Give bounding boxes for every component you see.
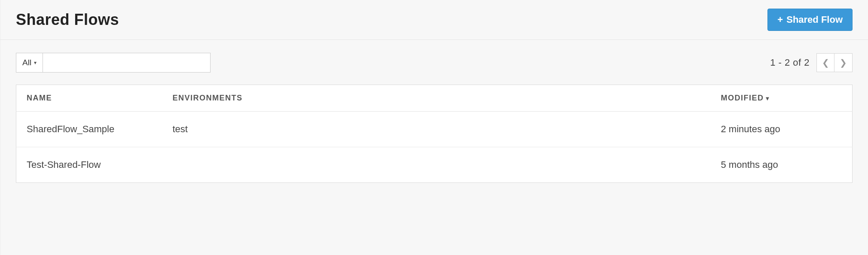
plus-icon: + [777,15,783,24]
cell-modified: 2 minutes ago [711,112,853,147]
table-row[interactable]: Test-Shared-Flow 5 months ago [16,147,853,183]
prev-page-button[interactable]: ❮ [816,53,834,72]
cell-environments: test [162,112,711,147]
column-header-name-label: NAME [27,94,52,102]
chevron-right-icon: ❯ [840,58,847,68]
table-row[interactable]: SharedFlow_Sample test 2 minutes ago [16,112,853,147]
shared-flows-page: Shared Flows + Shared Flow All ▾ 1 - 2 o… [0,0,868,255]
column-header-name[interactable]: NAME [16,85,162,112]
cell-name: SharedFlow_Sample [16,112,162,147]
cell-environments [162,147,711,183]
pagination-text: 1 - 2 of 2 [770,57,810,68]
create-shared-flow-button[interactable]: + Shared Flow [767,9,853,31]
toolbar-right: 1 - 2 of 2 ❮ ❯ [770,53,853,72]
column-header-environments-label: ENVIRONMENTS [173,94,243,102]
filter-dropdown[interactable]: All ▾ [16,53,43,73]
column-header-environments[interactable]: ENVIRONMENTS [162,85,711,112]
chevron-left-icon: ❮ [822,58,829,68]
toolbar-left: All ▾ [16,53,211,73]
shared-flows-table: NAME ENVIRONMENTS MODIFIED▼ SharedFlow_S… [16,85,853,183]
pager: ❮ ❯ [816,53,853,72]
page-title: Shared Flows [16,11,119,29]
caret-down-icon: ▾ [34,60,37,66]
toolbar: All ▾ 1 - 2 of 2 ❮ ❯ [16,53,853,73]
sort-desc-icon: ▼ [765,95,771,102]
column-header-modified[interactable]: MODIFIED▼ [711,85,853,112]
cell-modified: 5 months ago [711,147,853,183]
filter-dropdown-label: All [22,58,31,67]
cell-name: Test-Shared-Flow [16,147,162,183]
table-header: NAME ENVIRONMENTS MODIFIED▼ [16,85,853,112]
table-body: SharedFlow_Sample test 2 minutes ago Tes… [16,112,853,183]
create-shared-flow-label: Shared Flow [786,14,843,25]
search-input[interactable] [43,53,211,73]
page-header: Shared Flows + Shared Flow [0,0,868,40]
column-header-modified-label: MODIFIED [721,94,764,102]
next-page-button[interactable]: ❯ [834,53,853,72]
content-area: All ▾ 1 - 2 of 2 ❮ ❯ [0,40,868,200]
